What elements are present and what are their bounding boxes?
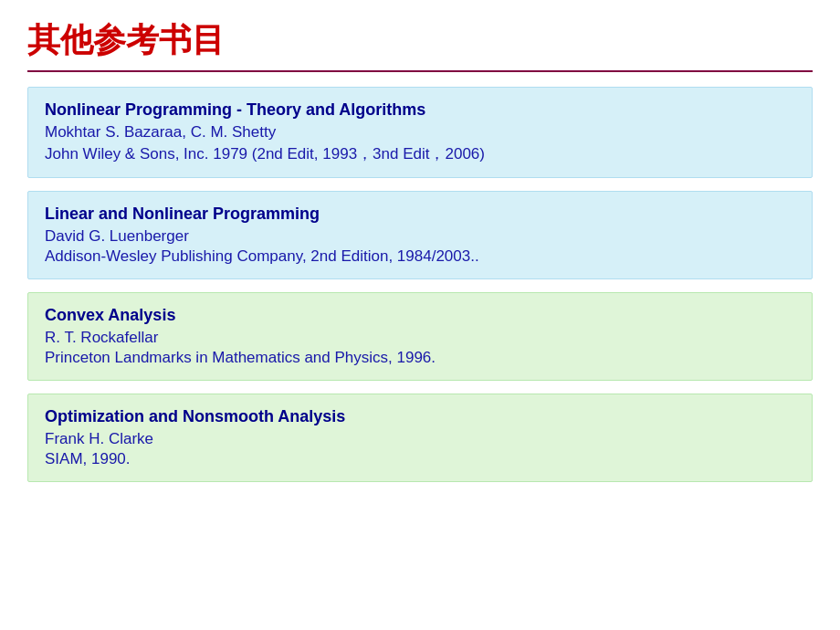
book-publisher-3: Princeton Landmarks in Mathematics and P… (45, 349, 795, 367)
book-card-2: Linear and Nonlinear ProgrammingDavid G.… (27, 191, 813, 279)
book-card-1: Nonlinear Programming - Theory and Algor… (27, 87, 813, 178)
book-title-3: Convex Analysis (45, 306, 795, 325)
book-title-4: Optimization and Nonsmooth Analysis (45, 407, 795, 426)
page-title: 其他参考书目 (27, 18, 813, 72)
book-publisher-1: John Wiley & Sons, Inc. 1979 (2nd Edit, … (45, 143, 795, 164)
books-list: Nonlinear Programming - Theory and Algor… (27, 87, 813, 482)
book-publisher-4: SIAM, 1990. (45, 450, 795, 468)
book-title-2: Linear and Nonlinear Programming (45, 205, 795, 224)
book-card-3: Convex AnalysisR. T. RockafellarPrinceto… (27, 292, 813, 381)
book-publisher-2: Addison-Wesley Publishing Company, 2nd E… (45, 247, 795, 266)
book-author-3: R. T. Rockafellar (45, 329, 795, 347)
book-author-4: Frank H. Clarke (45, 430, 795, 448)
book-card-4: Optimization and Nonsmooth AnalysisFrank… (27, 394, 813, 482)
book-author-2: David G. Luenberger (45, 227, 795, 246)
book-author-1: Mokhtar S. Bazaraa, C. M. Shetty (45, 123, 795, 142)
book-title-1: Nonlinear Programming - Theory and Algor… (45, 100, 795, 120)
